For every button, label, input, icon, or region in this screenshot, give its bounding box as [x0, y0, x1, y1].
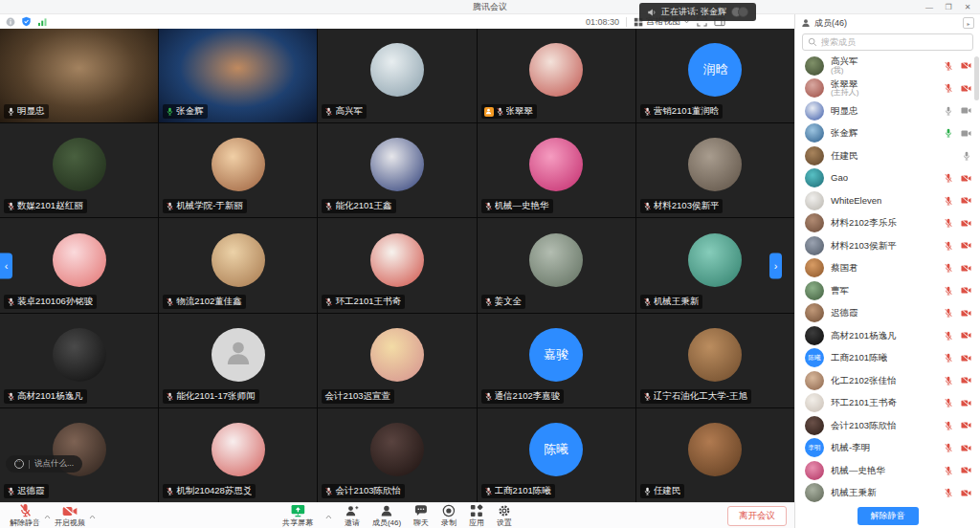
toolbar-item-gear[interactable]: 设置 [497, 504, 512, 528]
member-row[interactable]: 张金辉 [795, 122, 980, 145]
quick-chat-bubble[interactable]: 说点什么... [6, 455, 82, 473]
member-row[interactable]: 材料2102李乐乐 [795, 212, 980, 235]
member-name: 化工2102张佳怡 [831, 376, 897, 385]
member-status-icons [944, 106, 971, 116]
tile-name-label: 通信2102李嘉骏 [481, 389, 565, 404]
video-tile[interactable]: 材料2103侯新平 [636, 123, 794, 217]
toolbar-item-chat[interactable]: 聊天 [413, 504, 429, 528]
member-row[interactable]: 会计2103陈欣怡 [795, 414, 980, 437]
member-status-icons [944, 488, 971, 497]
network-signal-icon [37, 17, 48, 27]
video-tile[interactable]: 能化2101-17张师闻 [159, 314, 317, 407]
participant-name: 材料2103侯新平 [654, 200, 720, 212]
member-row[interactable]: Gao [795, 167, 980, 190]
scrollbar-thumb[interactable] [974, 56, 979, 100]
participant-avatar [53, 233, 106, 287]
toolbar-item-invite[interactable]: 邀请 [345, 504, 360, 528]
member-row[interactable]: 明显忠 [795, 99, 980, 122]
member-avatar [805, 326, 824, 345]
member-row[interactable]: 机械王秉新 [795, 482, 980, 504]
video-tile[interactable]: 嘉骏通信2102李嘉骏 [478, 314, 635, 407]
minimize-button[interactable]: — [921, 1, 938, 13]
participant-avatar: 陈曦 [529, 423, 583, 476]
panel-unmute-button[interactable]: 解除静音 [858, 507, 919, 525]
close-button[interactable]: ✕ [959, 1, 976, 13]
video-tile[interactable]: 明显忠 [0, 29, 158, 122]
video-tile[interactable]: 辽宁石油化工大学-王旭 [636, 314, 794, 407]
toolbar-item-mic-off[interactable]: 解除静音 [10, 503, 40, 528]
member-row[interactable]: 材料2103侯新平 [795, 234, 980, 257]
toolbar-item-apps[interactable]: 应用 [469, 504, 484, 528]
video-tile[interactable]: 数媒2101赵红丽 [0, 123, 158, 217]
video-tile[interactable]: 张翠翠 [478, 29, 635, 122]
tile-name-label: 明显忠 [4, 104, 49, 119]
member-status-icons [944, 263, 971, 273]
camera-status-icon [961, 129, 971, 138]
caret-up-icon[interactable] [89, 515, 96, 528]
toolbar-item-members[interactable]: 成员(46) [372, 504, 401, 528]
video-tile[interactable]: 高兴军 [318, 29, 476, 122]
toolbar-item-cam-off[interactable]: 开启视频 [55, 505, 85, 528]
toolbar-item-share[interactable]: 共享屏幕 [282, 504, 313, 528]
participant-name: 会计2103迟宣萱 [324, 390, 390, 403]
member-info: 材料2103侯新平 [831, 241, 897, 251]
camera-status-icon [961, 444, 971, 452]
video-tile[interactable]: 物流2102董佳鑫 [159, 218, 317, 312]
member-row[interactable]: 环工2101王书奇 [795, 392, 980, 415]
panel-collapse-button[interactable]: ▸ [963, 17, 974, 29]
member-row[interactable]: 化工2102张佳怡 [795, 369, 980, 392]
member-avatar [805, 236, 824, 255]
member-row[interactable]: 张翠翠(主持人) [795, 77, 980, 100]
participant-name: 物流2102董佳鑫 [176, 296, 242, 308]
member-row[interactable]: WhiteEleven [795, 189, 980, 212]
participant-avatar [212, 233, 265, 287]
mic-status-icon [643, 107, 652, 116]
shield-icon[interactable] [21, 16, 32, 27]
member-row[interactable]: 任建民 [795, 144, 980, 167]
member-row[interactable]: 高材2101杨逸凡 [795, 324, 980, 347]
member-row[interactable]: 迟德霞 [795, 302, 980, 325]
toolbar-item-label: 共享屏幕 [282, 517, 313, 528]
caret-up-icon[interactable] [325, 515, 332, 528]
video-tile[interactable]: 会计2103陈欣怡 [318, 408, 476, 502]
member-row[interactable]: 陈曦工商2101陈曦 [795, 347, 980, 370]
member-row[interactable]: 机械—史艳华 [795, 459, 980, 482]
info-icon[interactable] [6, 17, 15, 27]
video-tile[interactable]: 姜文全 [478, 218, 635, 312]
toolbar-item-record[interactable]: 录制 [441, 504, 457, 528]
member-row[interactable]: 曹军 [795, 279, 980, 302]
member-info: 机械—史艳华 [831, 466, 885, 475]
participant-avatar [688, 423, 742, 476]
prev-page-button[interactable]: ‹ [0, 253, 12, 278]
video-tile[interactable]: 机械—史艳华 [478, 123, 635, 217]
tile-name-label: 数媒2101赵红丽 [4, 199, 87, 213]
video-tile[interactable]: 能化2101王鑫 [318, 123, 476, 217]
restore-button[interactable]: ❐ [940, 1, 957, 13]
video-tile[interactable]: 装卓210106孙铭骏 [0, 218, 158, 312]
video-tile[interactable]: 机械学院-于新丽 [159, 123, 317, 217]
apps-icon [470, 504, 483, 517]
video-tile[interactable]: 张金辉 [159, 29, 317, 122]
member-search-input[interactable] [821, 37, 968, 47]
member-row[interactable]: 高兴军(我) [795, 55, 980, 77]
video-tile[interactable]: 陈曦工商2101陈曦 [478, 408, 635, 502]
member-row[interactable]: 蔡国君 [795, 257, 980, 280]
leave-meeting-button[interactable]: 离开会议 [727, 506, 787, 526]
video-tile[interactable]: 任建民 [636, 408, 794, 502]
toolbar-item-label: 邀请 [345, 517, 360, 528]
participant-name: 装卓210106孙铭骏 [17, 296, 93, 308]
camera-status-icon [961, 376, 971, 385]
next-page-button[interactable]: › [769, 253, 782, 278]
member-name: WhiteEleven [831, 196, 881, 206]
member-status-icons [944, 331, 971, 341]
caret-up-icon[interactable] [44, 515, 51, 528]
member-row[interactable]: 李明机械-李明 [795, 437, 980, 460]
video-tile[interactable]: 机制210428苏思爻 [159, 408, 317, 502]
video-tile[interactable]: 润晗营销2101董润晗 [636, 29, 794, 122]
video-tile[interactable]: 环工2101王书奇 [318, 218, 476, 312]
member-info: WhiteEleven [831, 196, 881, 206]
video-tile[interactable]: 高材2101杨逸凡 [0, 314, 158, 407]
tile-name-label: 会计2103迟宣萱 [322, 389, 394, 404]
video-tile[interactable]: 会计2103迟宣萱 [318, 314, 476, 407]
mic-status-icon [944, 128, 953, 138]
